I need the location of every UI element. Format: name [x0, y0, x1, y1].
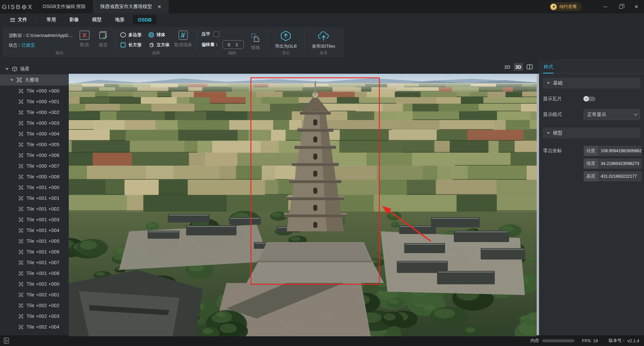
tree-node-tile[interactable]: Tile +002 +004	[0, 322, 69, 332]
cube-tool[interactable]: 立方体	[148, 42, 170, 48]
section-basic[interactable]: 基础	[543, 78, 640, 89]
tab-style[interactable]: 样式	[543, 63, 554, 73]
tile-anchor-icon	[18, 271, 23, 276]
display-mode-value: 正常显示	[587, 112, 606, 118]
tile-anchor-icon	[18, 207, 23, 212]
tree-node-scene[interactable]: 场景	[0, 63, 69, 74]
show-tiles-label: 显示瓦片	[543, 96, 584, 102]
altitude-field[interactable]: 高度 431.021663222177	[584, 171, 642, 181]
horizon-haze	[69, 83, 537, 93]
cube-icon	[148, 42, 154, 48]
view-3d-button[interactable]: 3D	[514, 63, 523, 71]
tile-anchor-icon	[18, 153, 23, 158]
display-mode-label: 显示模式	[543, 112, 584, 118]
tile-label: Tile +000 +005	[26, 142, 60, 147]
tree-node-tile[interactable]: Tile +000 +004	[0, 128, 69, 139]
section-model[interactable]: 模型	[543, 128, 640, 138]
tree-node-tile[interactable]: Tile +001 +005	[0, 236, 69, 246]
split-view-button[interactable]	[525, 63, 534, 71]
tile-label: Tile +002 +002	[26, 303, 60, 308]
export-glb-button[interactable]: 导出为GLB	[272, 31, 300, 49]
sphere-tool[interactable]: 球体	[148, 32, 170, 38]
tab-osgb-edit[interactable]: OSGB文件编辑 抠除	[35, 0, 93, 13]
tile-anchor-icon	[18, 292, 23, 297]
menu-file[interactable]: 文件	[7, 17, 31, 23]
tree-node-tile[interactable]: Tile +000 +008	[0, 171, 69, 182]
stepper-arrows-icon[interactable]	[235, 43, 238, 47]
tree-node-tile[interactable]: Tile +001 +003	[0, 214, 69, 225]
tree-node-tile[interactable]: Tile +001 +006	[0, 246, 69, 257]
tree-node-tile[interactable]: Tile +002 +002	[0, 300, 69, 311]
menu-item-common[interactable]: 常用	[42, 15, 61, 25]
tree-node-tile[interactable]: Tile +001 +002	[0, 204, 69, 214]
source-value: C:\Users\admin\AppD…	[26, 33, 73, 38]
tile-label: Tile +000 +003	[26, 120, 60, 126]
tree-node-tile[interactable]: Tile +001 +004	[0, 225, 69, 236]
tile-label: Tile +001 +007	[26, 260, 60, 265]
origin-coords-label: 零点坐标	[543, 146, 584, 154]
show-tiles-toggle[interactable]	[584, 97, 595, 101]
titlebar: GISB⊕X OSGB文件编辑 抠除 陕西省西安市大雁塔模型 ✕ 续约套餐 ✕	[0, 0, 644, 13]
menu-item-osgb[interactable]: OSGB	[133, 15, 157, 24]
polygon-tool[interactable]: 多边形	[120, 32, 142, 38]
tree-node-tile[interactable]: Tile +002 +003	[0, 311, 69, 322]
tree-node-tile[interactable]: Tile +001 +007	[0, 257, 69, 268]
menu-item-model[interactable]: 模型	[87, 15, 107, 25]
tree-node-model[interactable]: 大雁塔	[0, 74, 69, 85]
minimize-button[interactable]	[598, 0, 613, 13]
close-button[interactable]: ✕	[629, 0, 644, 13]
caret-down-icon[interactable]	[5, 68, 9, 70]
group-label: 编辑	[197, 50, 267, 56]
cancel-button[interactable]: 取消	[77, 31, 92, 48]
offset-stepper[interactable]	[222, 40, 244, 49]
publish-3dtiles-button[interactable]: 发布3DTiles	[309, 31, 338, 49]
offset-input[interactable]	[223, 42, 235, 47]
renew-plan-button[interactable]: 续约套餐	[549, 2, 582, 11]
tree-node-tile[interactable]: Tile +001 +001	[0, 193, 69, 204]
submit-button[interactable]: 提交	[96, 31, 110, 48]
tile-anchor-icon	[18, 164, 23, 169]
display-mode-select[interactable]: 正常显示	[584, 109, 640, 120]
tree-node-tile[interactable]: Tile +000 +007	[0, 161, 69, 171]
clip-button[interactable]: 抠除	[249, 33, 263, 51]
tile-anchor-icon	[18, 282, 23, 287]
tree-node-tile[interactable]: Tile +000 +000	[0, 85, 69, 96]
tile-anchor-icon	[18, 249, 23, 254]
tab-close-icon[interactable]: ✕	[157, 4, 161, 9]
rectangle-tool[interactable]: 长方形	[120, 42, 142, 48]
flatten-label: 压平	[202, 31, 210, 37]
view-2d-button[interactable]: 2D	[503, 63, 512, 71]
panel-toggle-icon[interactable]	[3, 337, 10, 344]
toolbar: 源数据：C:\Users\admin\AppD… 状态：已提交 取消	[0, 26, 644, 59]
group-label: 发布	[305, 50, 343, 56]
tree-node-tile[interactable]: Tile +000 +003	[0, 118, 69, 128]
deselect-button[interactable]: 取消选择	[174, 31, 192, 48]
tree-node-tile[interactable]: Tile +002 +000	[0, 279, 69, 289]
tree-node-tile[interactable]: Tile +000 +001	[0, 96, 69, 107]
flatten-checkbox[interactable]	[214, 32, 219, 37]
longitude-field[interactable]: 经度 108.95941982605662	[584, 146, 642, 156]
menu-item-terrain[interactable]: 地形	[110, 15, 129, 25]
tree-node-tile[interactable]: Tile +001 +008	[0, 268, 69, 279]
model-anchor-icon	[16, 77, 22, 83]
tree-node-tile[interactable]: Tile +000 +002	[0, 107, 69, 118]
latitude-field[interactable]: 维度 34.21965423596273	[584, 159, 642, 169]
map-scene[interactable]	[69, 74, 537, 336]
caret-down-icon[interactable]	[10, 79, 13, 81]
restore-button[interactable]	[613, 0, 629, 13]
view-switcher: 2D 3D	[503, 63, 534, 71]
tree-node-tile[interactable]: Tile +001 +000	[0, 182, 69, 193]
menu-item-imagery[interactable]: 影像	[64, 15, 84, 25]
tree-node-tile[interactable]: Tile +000 +006	[0, 150, 69, 161]
tree-node-tile[interactable]: Tile +000 +005	[0, 139, 69, 150]
tile-label: Tile +002 +003	[26, 313, 60, 319]
vertical-scrollbar[interactable]	[537, 74, 539, 335]
tab-model-document[interactable]: 陕西省西安市大雁塔模型 ✕	[93, 0, 169, 13]
tree-node-tile[interactable]: Tile +002 +001	[0, 289, 69, 300]
restore-icon	[619, 5, 623, 9]
toolbar-group-export: 导出为GLB 导出	[267, 31, 304, 51]
divider	[35, 17, 36, 22]
tree-node-tile[interactable]: Tile +002 +005	[0, 332, 69, 335]
viewport-3d[interactable]: 2D 3D	[69, 59, 537, 335]
export-hexagon-icon	[280, 31, 291, 41]
